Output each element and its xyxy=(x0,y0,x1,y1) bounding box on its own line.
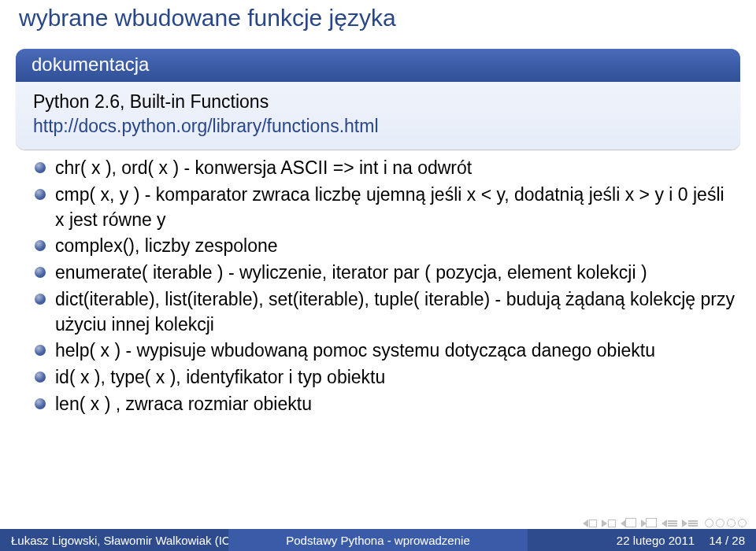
list-item-text: cmp( x, y ) - komparator zwraca liczbę u… xyxy=(55,184,724,230)
nav-prev-slide-icon[interactable] xyxy=(583,520,597,527)
list-item-text: id( x ), type( x ), identyfikator i typ … xyxy=(55,367,385,387)
list-item-text: complex(), liczby zespolone xyxy=(55,235,278,256)
nav-search-icon[interactable] xyxy=(727,519,736,527)
bullet-icon xyxy=(35,267,46,278)
list-item: help( x ) - wypisuje wbudowaną pomoc sys… xyxy=(35,338,737,364)
nav-prev-section-icon[interactable] xyxy=(621,520,636,527)
bullet-icon xyxy=(35,294,46,305)
list-item: chr( x ), ord( x ) - konwersja ASCII => … xyxy=(35,156,737,181)
list-item: complex(), liczby zespolone xyxy=(35,234,737,259)
nav-next-subsection-icon[interactable] xyxy=(682,520,698,527)
footer-page: 14 / 28 xyxy=(709,534,745,547)
nav-next-section-icon[interactable] xyxy=(641,520,657,527)
nav-controls xyxy=(583,519,747,527)
block-body: Python 2.6, Built-in Functions http://do… xyxy=(16,82,740,150)
list-item-text: help( x ) - wypisuje wbudowaną pomoc sys… xyxy=(55,340,655,361)
bullet-icon xyxy=(35,345,46,356)
list-item-text: enumerate( iterable ) - wyliczenie, iter… xyxy=(55,262,647,283)
bullet-icon xyxy=(35,240,46,251)
list-item: id( x ), type( x ), identyfikator i typ … xyxy=(35,365,737,390)
footer-right: 22 lutego 2011 14 / 28 xyxy=(528,529,756,551)
bullet-list: chr( x ), ord( x ) - konwersja ASCII => … xyxy=(35,156,737,416)
nav-back-icon[interactable] xyxy=(705,519,713,527)
footer-author: Łukasz Ligowski, Sławomir Walkowiak (ICM xyxy=(0,529,228,551)
list-item: cmp( x, y ) - komparator zwraca liczbę u… xyxy=(35,183,737,232)
list-item-text: len( x ) , zwraca rozmiar obiektu xyxy=(55,394,312,414)
bullet-icon xyxy=(35,162,46,173)
doc-link[interactable]: http://docs.python.org/library/functions… xyxy=(33,116,379,136)
block-line-1: Python 2.6, Built-in Functions xyxy=(33,90,723,114)
list-item: dict(iterable), list(iterable), set(iter… xyxy=(35,287,737,337)
list-item: len( x ) , zwraca rozmiar obiektu xyxy=(35,392,737,417)
list-item-text: chr( x ), ord( x ) - konwersja ASCII => … xyxy=(55,157,472,178)
footer-date: 22 lutego 2011 xyxy=(617,534,695,547)
list-item-text: dict(iterable), list(iterable), set(iter… xyxy=(55,289,735,335)
nav-aux-icons xyxy=(705,519,747,527)
nav-prev-subsection-icon[interactable] xyxy=(662,520,677,527)
list-item: enumerate( iterable ) - wyliczenie, iter… xyxy=(35,261,737,286)
block-title: dokumentacja xyxy=(16,49,740,82)
bullet-icon xyxy=(35,189,46,200)
slide-title: wybrane wbudowane funkcje języka xyxy=(0,0,756,43)
nav-goto-icon[interactable] xyxy=(738,519,747,527)
bullet-icon xyxy=(35,372,46,383)
nav-forward-icon[interactable] xyxy=(716,519,724,527)
footer: Łukasz Ligowski, Sławomir Walkowiak (ICM… xyxy=(0,529,756,551)
doc-block: dokumentacja Python 2.6, Built-in Functi… xyxy=(16,49,740,150)
footer-title: Podstawy Pythona - wprowadzenie xyxy=(228,529,528,551)
bullet-icon xyxy=(35,398,46,409)
nav-next-slide-icon[interactable] xyxy=(602,520,616,527)
